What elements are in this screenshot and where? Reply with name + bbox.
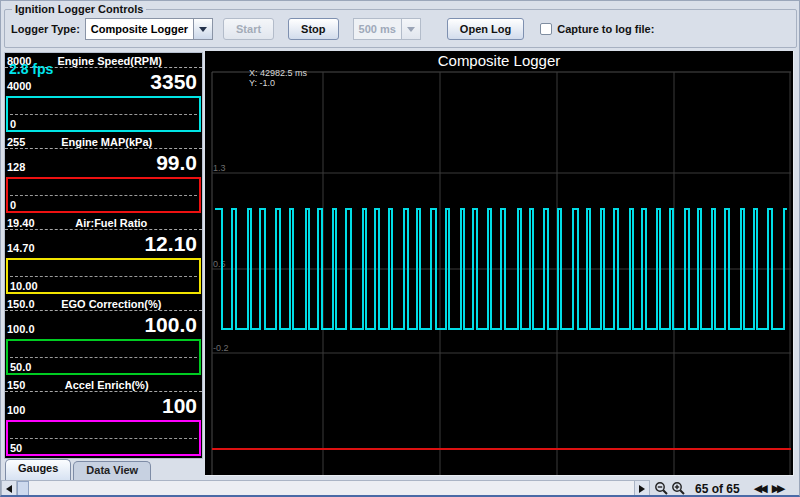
gauge-min-label: 0 <box>10 118 16 130</box>
chevron-down-icon <box>407 27 415 32</box>
gauge-min-label: 10.00 <box>10 280 38 292</box>
cursor-x-value: X: 42982.5 ms <box>249 68 307 78</box>
scroll-right-button[interactable] <box>634 481 649 496</box>
gauge-mid-label: 14.70 <box>7 242 35 254</box>
stop-button[interactable]: Stop <box>288 18 338 40</box>
gauge-title: Air:Fuel Ratio <box>35 217 188 229</box>
gauge-centerline <box>10 438 197 439</box>
gauge-mid-label: 128 <box>7 161 25 173</box>
svg-text:0.5: 0.5 <box>213 259 226 269</box>
gauge-title: Engine Speed(RPM) <box>31 55 188 67</box>
gauge-accel-enrich: 150Accel Enrich(%) 100100 50 <box>5 377 202 458</box>
gauge-min-label: 50 <box>10 442 22 454</box>
svg-text:-0.2: -0.2 <box>213 343 229 353</box>
scrollbar-thumb[interactable] <box>17 481 29 496</box>
horizontal-scrollbar[interactable] <box>1 480 650 497</box>
zoom-in-icon <box>671 481 686 496</box>
log-position-text: 65 of 65 <box>695 482 740 496</box>
interval-dropdown-button[interactable] <box>401 18 421 40</box>
gauge-min-label: 50.0 <box>10 361 31 373</box>
gauge-min-label: 0 <box>10 199 16 211</box>
scroll-right-icon <box>639 485 645 493</box>
gauge-value: 100.0 <box>144 315 197 335</box>
gauge-max-label: 19.40 <box>7 217 35 229</box>
gauge-title: Accel Enrich(%) <box>25 379 188 391</box>
gauge-ego-correction: 150.0EGO Correction(%) 100.0100.0 50.0 <box>5 296 202 377</box>
gauge-afr: 19.40Air:Fuel Ratio 14.7012.10 10.00 <box>5 215 202 296</box>
gauge-history-box: 10.00 <box>6 258 201 294</box>
gauge-value: 99.0 <box>156 153 197 173</box>
gauge-history-box: 50.0 <box>6 339 201 375</box>
cursor-readout: X: 42982.5 ms Y: -1.0 <box>249 68 307 88</box>
groupbox-title: Ignition Logger Controls <box>12 3 146 15</box>
interval-select[interactable]: 500 ms <box>353 18 421 40</box>
gauge-centerline <box>10 114 197 115</box>
interval-value: 500 ms <box>353 18 401 40</box>
zoom-in-button[interactable] <box>670 481 687 497</box>
gauge-mid-label: 100.0 <box>7 323 35 335</box>
svg-text:1.3: 1.3 <box>213 163 226 173</box>
scroll-left-button[interactable] <box>2 481 17 496</box>
tab-row: Gauges Data View <box>5 459 153 480</box>
gauge-history-box: 0 <box>6 96 201 132</box>
logger-type-dropdown-button[interactable] <box>193 18 213 40</box>
gauge-mid-label: 4000 <box>7 80 31 92</box>
logger-controls-groupbox: Ignition Logger Controls Logger Type: Co… <box>4 9 797 48</box>
gauge-engine-map: 255Engine MAP(kPa) 12899.0 0 <box>5 134 202 215</box>
gauge-max-label: 150 <box>7 379 25 391</box>
gauges-panel: 2.8 fps 8000Engine Speed(RPM) 40003350 0… <box>4 52 203 459</box>
open-log-button[interactable]: Open Log <box>447 18 524 40</box>
zoom-out-icon <box>654 481 669 496</box>
fps-readout: 2.8 fps <box>9 61 53 77</box>
gauge-max-label: 150.0 <box>7 298 35 310</box>
gauge-mid-label: 100 <box>7 404 25 416</box>
gauge-max-label: 255 <box>7 136 25 148</box>
tab-gauges[interactable]: Gauges <box>5 459 71 480</box>
tab-data-view[interactable]: Data View <box>73 461 151 480</box>
gauge-history-box: 0 <box>6 177 201 213</box>
gauge-history-box: 50 <box>6 420 201 456</box>
logger-type-label: Logger Type: <box>11 23 80 35</box>
skip-back-icon: ◀◀ <box>754 482 765 495</box>
logger-type-value: Composite Logger <box>85 18 193 40</box>
log-navigation-bar: 65 of 65 ◀◀ ▶▶ <box>653 480 800 497</box>
scroll-left-icon <box>6 485 12 493</box>
toolbar: Logger Type: Composite Logger Start Stop… <box>11 17 659 41</box>
gauge-centerline <box>10 276 197 277</box>
gauge-title: EGO Correction(%) <box>35 298 188 310</box>
start-button[interactable]: Start <box>223 18 274 40</box>
gauge-value: 100 <box>162 396 197 416</box>
skip-back-button[interactable]: ◀◀ <box>754 482 768 495</box>
zoom-out-button[interactable] <box>653 481 670 497</box>
chevron-down-icon <box>199 27 207 32</box>
logger-type-select[interactable]: Composite Logger <box>85 18 213 40</box>
gauge-value: 12.10 <box>144 234 197 254</box>
chart-panel: Composite Logger X: 42982.5 ms Y: -1.0 1… <box>205 51 794 476</box>
gauge-centerline <box>10 357 197 358</box>
skip-forward-button[interactable]: ▶▶ <box>772 482 786 495</box>
gauge-title: Engine MAP(kPa) <box>25 136 188 148</box>
cursor-y-value: Y: -1.0 <box>249 78 307 88</box>
gauge-centerline <box>10 195 197 196</box>
gauge-value: 3350 <box>150 72 197 92</box>
capture-checkbox[interactable] <box>540 23 552 35</box>
chart-plot-area[interactable]: 1.30.5-0.2 <box>205 51 794 476</box>
capture-label: Capture to log file: <box>557 23 654 35</box>
ignition-logger-window: { "window": { "group_title": "Ignition L… <box>0 0 800 497</box>
skip-forward-icon: ▶▶ <box>772 482 783 495</box>
